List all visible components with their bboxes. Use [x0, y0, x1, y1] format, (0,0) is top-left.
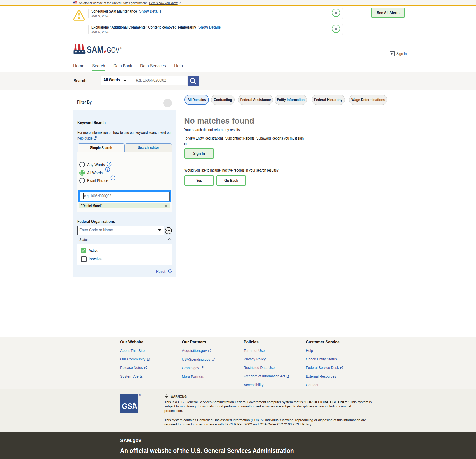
svg-text:i: i — [109, 162, 110, 166]
svg-text:i: i — [107, 168, 108, 171]
svg-text:i: i — [112, 176, 113, 180]
